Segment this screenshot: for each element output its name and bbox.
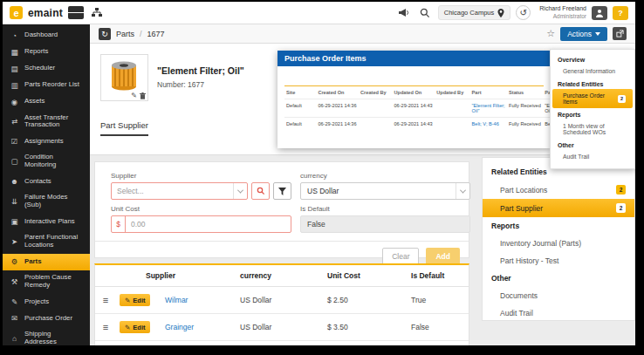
- sidebar-item-contacts[interactable]: ☻Contacts: [3, 174, 90, 190]
- is-default-label: Is Default: [300, 205, 470, 213]
- supplier-select[interactable]: [111, 182, 248, 200]
- sidebar-item-interactive-plans[interactable]: ▣Interactive Plans: [3, 214, 90, 230]
- sidebar-item-parent-functional-locations[interactable]: ➤Parent Functional Locations: [3, 230, 90, 254]
- actions-button[interactable]: Actions: [560, 27, 607, 41]
- supplier-filter-button[interactable]: [273, 182, 291, 200]
- sidebar-item-failure-modes[interactable]: ⇊Failure Modes (Sub): [3, 190, 90, 214]
- emaint-logo-icon: e: [10, 6, 23, 19]
- sidebar-item-label: Assets: [24, 98, 45, 106]
- calendar-check-icon: ☑: [9, 137, 20, 146]
- sidebar-item-condition-monitoring[interactable]: ▢Condition Monitoring: [3, 150, 90, 174]
- sidebar-item-asset-transfer-transaction[interactable]: ⇄Asset Transfer Transaction: [3, 110, 90, 133]
- part-supplier-form: Supplier cur: [94, 161, 469, 258]
- cell-created-on: 06-29-2021 14:36: [316, 99, 359, 118]
- briefcase-icon: ⚒: [9, 277, 20, 286]
- panel-item-part-locations[interactable]: Part Locations 2: [483, 181, 634, 199]
- supplier-label: Supplier: [111, 172, 291, 180]
- actions-context-menu: Overview General Information Related Ent…: [550, 49, 635, 169]
- related-entities-panel: Related Entities Part Locations 2 Part S…: [482, 157, 635, 321]
- sidebar-item-dashboard[interactable]: ◔Dashboard: [3, 27, 90, 44]
- edit-button-label: Edit: [133, 297, 145, 304]
- sidebar-item-purchase-order[interactable]: ✉Purchase Order: [3, 311, 90, 327]
- sidebar-item-label: Dashboard: [24, 31, 58, 39]
- breadcrumb-separator: /: [140, 30, 142, 38]
- col-currency: currency: [236, 265, 324, 287]
- unit-cost-input[interactable]: [126, 220, 291, 229]
- add-button[interactable]: Add: [426, 248, 460, 265]
- currency-select[interactable]: US Dollar: [300, 182, 470, 200]
- menu-item-audit-trail[interactable]: Audit Trail: [551, 150, 634, 163]
- megaphone-icon[interactable]: [396, 5, 412, 21]
- sidebar-item-parts-reorder-list[interactable]: ▥Parts Reorder List: [3, 77, 90, 93]
- sidebar-item-projects[interactable]: ✎Projects: [3, 294, 90, 311]
- sidebar-item-label: Condition Monitoring: [24, 154, 84, 169]
- supplier-link[interactable]: Wilmar: [165, 296, 188, 304]
- part-link[interactable]: Belt; V; B-46: [472, 121, 499, 126]
- sidebar-item-label: Reports: [24, 48, 48, 56]
- chevron-down-icon[interactable]: [456, 183, 469, 199]
- favorite-star-icon[interactable]: ☆: [546, 28, 555, 39]
- cell-created-by: [359, 118, 392, 131]
- is-default-value: False: [300, 215, 470, 233]
- double-chevron-down-icon: ⇊: [9, 197, 20, 206]
- clear-button[interactable]: Clear: [382, 248, 419, 265]
- help-button[interactable]: ?: [613, 6, 628, 20]
- sidebar-item-label: Interactive Plans: [24, 218, 75, 226]
- sidebar-item-scheduler[interactable]: ▤Scheduler: [3, 60, 90, 77]
- modal-title: Purchase Order Items: [277, 51, 551, 66]
- tab-part-supplier[interactable]: Part Supplier: [100, 120, 148, 136]
- sidebar-item-reports[interactable]: ▦Reports: [3, 44, 90, 60]
- menu-item-general-information[interactable]: General Information: [551, 65, 634, 78]
- sidebar-item-assignments[interactable]: ☑Assignments: [3, 133, 90, 150]
- panel-item-documents[interactable]: Documents: [483, 287, 634, 304]
- menu-item-month-view[interactable]: 1 Month view of Scheduled WOs: [551, 119, 634, 139]
- menu-item-purchase-order-items[interactable]: Purchase Order Items 2: [552, 89, 633, 108]
- sitemap-icon[interactable]: [89, 5, 105, 21]
- supplier-search-button[interactable]: [251, 182, 270, 200]
- brand-name: emaint: [28, 7, 63, 19]
- sidebar-item-problem-cause-remedy[interactable]: ⚒Problem Cause Remedy: [3, 270, 90, 294]
- cell-status: Fully Received: [507, 118, 543, 131]
- sidebar-item-parts[interactable]: ⚙Parts: [3, 254, 90, 270]
- refresh-icon[interactable]: ↻: [99, 28, 111, 40]
- modal-header-row: Site Created On Created By Updated On Up…: [284, 86, 551, 99]
- panel-item-inventory-journal[interactable]: Inventory Journal (Parts): [483, 235, 634, 252]
- breadcrumb-section[interactable]: Parts: [116, 30, 134, 38]
- sidebar-item-label: Failure Modes (Sub): [24, 194, 84, 209]
- chevron-down-icon[interactable]: [233, 183, 247, 199]
- sidebar-item-shipping-addresses[interactable]: ⌂Shipping Addresses: [3, 327, 90, 345]
- modal-row: Default 06-29-2021 14:36 06-29-2021 14:4…: [284, 118, 551, 131]
- sidebar-item-label: Asset Transfer Transaction: [24, 114, 84, 130]
- supplier-link[interactable]: Grainger: [165, 323, 194, 331]
- drag-handle-icon[interactable]: ≡: [103, 295, 108, 305]
- edit-button[interactable]: ✎Edit: [120, 294, 150, 306]
- drag-handle-icon[interactable]: ≡: [103, 322, 108, 332]
- search-icon[interactable]: [417, 5, 433, 21]
- edit-button[interactable]: ✎Edit: [120, 321, 150, 333]
- cell-updated-by: [435, 118, 469, 131]
- panel-item-audit-trail[interactable]: Audit Trail: [483, 304, 634, 322]
- hamburger-menu-button[interactable]: [68, 6, 84, 19]
- count-badge: 2: [616, 203, 626, 213]
- sidebar-item-assets[interactable]: ◉Assets: [3, 93, 90, 110]
- delete-image-icon[interactable]: [140, 92, 146, 99]
- col-created-on: Created On: [316, 86, 359, 99]
- part-link[interactable]: "Element Filter; Oil": [472, 103, 505, 113]
- part-image[interactable]: ✎: [100, 54, 148, 101]
- col-part: Part: [470, 86, 507, 99]
- user-avatar-button[interactable]: [592, 6, 607, 20]
- menu-item-label: 1 Month view of Scheduled WOs: [563, 123, 627, 135]
- supplier-input[interactable]: [112, 187, 233, 195]
- panel-item-part-supplier[interactable]: Part Supplier 2: [483, 199, 634, 217]
- sidebar-item-label: Purchase Order: [24, 315, 72, 323]
- site-selector[interactable]: Chicago Campus: [438, 5, 511, 20]
- panel-item-part-history[interactable]: Part History - Test: [483, 252, 634, 270]
- popout-icon[interactable]: [613, 27, 627, 40]
- unit-cost-field[interactable]: $: [111, 215, 291, 233]
- edit-image-icon[interactable]: ✎: [131, 92, 137, 99]
- history-icon[interactable]: ↺: [516, 5, 531, 20]
- cell-updated-on: 06-29-2021 14:43: [392, 118, 435, 131]
- col-updated-on: Updated On: [392, 86, 435, 99]
- currency-label: currency: [300, 172, 470, 180]
- document-icon: ▢: [9, 157, 20, 166]
